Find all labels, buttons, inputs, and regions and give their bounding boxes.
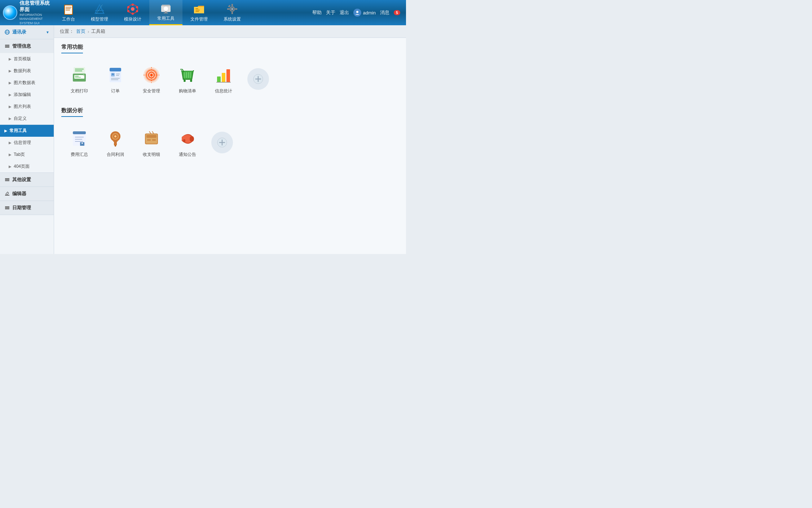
sidebar-item-add-edit[interactable]: ▶ 添加编辑 bbox=[0, 89, 54, 101]
date-manage-icon bbox=[4, 205, 10, 211]
tool-order[interactable]: 订单 bbox=[97, 59, 133, 98]
module-design-icon bbox=[127, 3, 138, 15]
sidebar-group-date-manage: 日期管理 bbox=[0, 201, 54, 215]
username: admin bbox=[363, 10, 375, 16]
logo-circle bbox=[3, 5, 17, 20]
message-badge[interactable]: 5 bbox=[394, 10, 400, 15]
breadcrumb-separator: › bbox=[88, 29, 89, 34]
arrow-icon: ▶ bbox=[9, 153, 12, 157]
svg-rect-17 bbox=[162, 5, 170, 6]
data-analysis-grid: 费用汇总 bbox=[61, 123, 399, 162]
svg-rect-26 bbox=[227, 8, 229, 10]
svg-rect-44 bbox=[5, 209, 9, 209]
svg-rect-101 bbox=[146, 135, 156, 138]
svg-rect-24 bbox=[231, 4, 233, 6]
about-link[interactable]: 关于 bbox=[326, 9, 335, 16]
tool-shopping[interactable]: 购物清单 bbox=[169, 59, 206, 98]
arrow-icon: ▶ bbox=[9, 141, 12, 145]
svg-rect-20 bbox=[164, 13, 168, 13]
other-settings-icon bbox=[4, 177, 10, 183]
notice-icon bbox=[177, 128, 198, 149]
tab-file-manage[interactable]: 文件管理 bbox=[182, 0, 216, 25]
add-tool-analysis[interactable] bbox=[206, 123, 239, 162]
svg-rect-46 bbox=[75, 69, 84, 70]
svg-rect-96 bbox=[113, 141, 118, 142]
svg-rect-4 bbox=[66, 10, 70, 10]
content-area: 常用功能 bbox=[54, 38, 406, 176]
tab-workbench[interactable]: 工作台 bbox=[54, 0, 83, 25]
info-stats-icon bbox=[213, 65, 234, 85]
sidebar-item-contacts[interactable]: 通讯录 ▼ bbox=[0, 25, 54, 39]
sidebar-item-custom[interactable]: ▶ 自定义 bbox=[0, 113, 54, 124]
logo: 信息管理系统界面 INFORMATION MANAGEMENT SYSTEM G… bbox=[0, 0, 54, 26]
logout-link[interactable]: 退出 bbox=[340, 9, 349, 16]
notice-label: 通知公告 bbox=[179, 152, 196, 158]
common-tools-icon bbox=[160, 3, 172, 14]
arrow-icon: ▶ bbox=[9, 105, 12, 109]
breadcrumb: 位置： 首页 › 工具箱 bbox=[54, 25, 406, 38]
svg-rect-50 bbox=[75, 76, 79, 76]
sidebar-item-home-template[interactable]: ▶ 首页模版 bbox=[0, 53, 54, 65]
svg-rect-57 bbox=[116, 75, 119, 76]
tab-model-manage[interactable]: 模型管理 bbox=[83, 0, 116, 25]
help-link[interactable]: 帮助 bbox=[312, 9, 322, 16]
svg-rect-23 bbox=[195, 11, 199, 12]
contacts-label: 通讯录 bbox=[12, 29, 26, 35]
tool-notice[interactable]: 通知公告 bbox=[169, 123, 206, 162]
sidebar-group-manage-info: 管理信息 ▶ 首页模版 ▶ 数据列表 ▶ 图片数据表 ▶ 添加编辑 ▶ 图片列表 bbox=[0, 39, 54, 125]
svg-marker-5 bbox=[95, 5, 104, 13]
shopping-label: 购物清单 bbox=[179, 88, 196, 94]
svg-point-76 bbox=[190, 80, 192, 82]
sidebar-item-info-manage[interactable]: ▶ 信息管理 bbox=[0, 137, 54, 149]
tab-module-design[interactable]: 模块设计 bbox=[116, 0, 149, 25]
tool-income[interactable]: 收支明细 bbox=[133, 123, 169, 162]
info-stats-label: 信息统计 bbox=[215, 88, 232, 94]
logo-main-title: 信息管理系统界面 bbox=[19, 0, 54, 13]
svg-point-9 bbox=[131, 7, 134, 11]
svg-rect-97 bbox=[114, 142, 117, 145]
tool-contract[interactable]: 合同利润 bbox=[97, 123, 133, 162]
svg-rect-59 bbox=[111, 79, 118, 80]
tab-system-settings[interactable]: 系统设置 bbox=[216, 0, 249, 25]
add-tool-common[interactable] bbox=[242, 59, 275, 98]
add-more-icon[interactable] bbox=[247, 68, 269, 90]
image-list-label: 图片列表 bbox=[14, 104, 31, 110]
sidebar-item-date-manage[interactable]: 日期管理 bbox=[0, 201, 54, 215]
message-label[interactable]: 消息 bbox=[380, 9, 389, 16]
svg-rect-2 bbox=[66, 7, 71, 8]
model-manage-icon bbox=[94, 3, 105, 15]
editor-label: 编辑器 bbox=[12, 190, 26, 197]
tool-info-stats[interactable]: 信息统计 bbox=[206, 59, 242, 98]
sidebar-item-tab-page[interactable]: ▶ Tab页 bbox=[0, 149, 54, 161]
section-data-analysis-title: 数据分析 bbox=[61, 107, 83, 117]
sidebar-item-common-tools-active[interactable]: ▶ 常用工具 bbox=[0, 125, 54, 137]
sidebar-item-other-settings[interactable]: 其他设置 bbox=[0, 173, 54, 187]
image-data-label: 图片数据表 bbox=[14, 80, 35, 86]
file-manage-icon bbox=[193, 3, 205, 15]
tool-expense[interactable]: 费用汇总 bbox=[61, 123, 97, 162]
svg-rect-56 bbox=[116, 74, 120, 74]
sidebar-item-image-data[interactable]: ▶ 图片数据表 bbox=[0, 77, 54, 89]
sidebar-item-404[interactable]: ▶ 404页面 bbox=[0, 161, 54, 172]
add-more-analysis-icon[interactable] bbox=[211, 132, 233, 153]
breadcrumb-home[interactable]: 首页 bbox=[76, 28, 85, 35]
home-template-label: 首页模版 bbox=[14, 56, 31, 62]
svg-point-95 bbox=[114, 135, 116, 137]
svg-rect-58 bbox=[111, 78, 120, 79]
svg-point-11 bbox=[136, 6, 138, 8]
tab-module-design-label: 模块设计 bbox=[124, 16, 141, 22]
sidebar-item-data-list[interactable]: ▶ 数据列表 bbox=[0, 65, 54, 77]
contract-icon bbox=[105, 128, 125, 149]
sidebar-item-editor[interactable]: 编辑器 bbox=[0, 187, 54, 201]
add-edit-label: 添加编辑 bbox=[14, 92, 31, 98]
svg-rect-105 bbox=[183, 139, 185, 142]
sidebar-item-manage-info[interactable]: 管理信息 bbox=[0, 39, 54, 53]
tab-common-tools[interactable]: 常用工具 bbox=[149, 0, 182, 25]
sidebar-item-image-list[interactable]: ▶ 图片列表 bbox=[0, 101, 54, 113]
tool-security[interactable]: 安全管理 bbox=[133, 59, 169, 98]
tool-doc-print[interactable]: 文档打印 bbox=[61, 59, 97, 98]
svg-point-14 bbox=[127, 10, 129, 12]
header-right: 帮助 关于 退出 admin 消息 5 bbox=[312, 9, 406, 17]
svg-rect-55 bbox=[111, 73, 115, 76]
contacts-group-icon bbox=[4, 29, 10, 35]
